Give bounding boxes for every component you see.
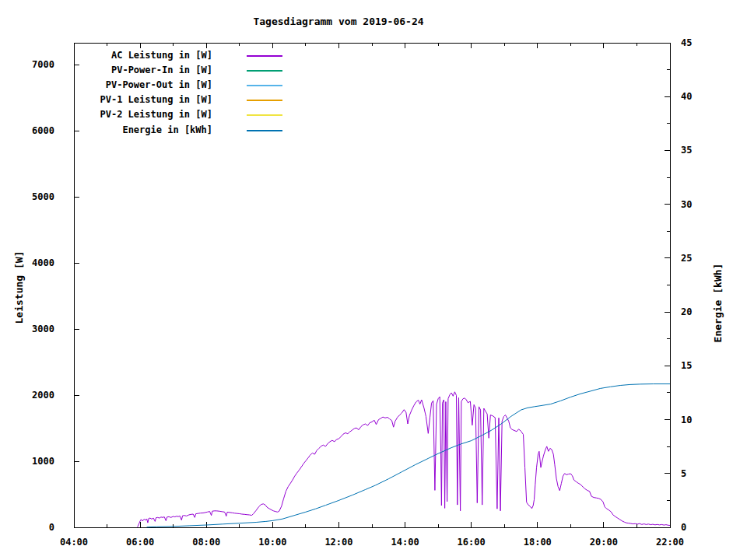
svg-text:10: 10 [681,415,692,425]
svg-text:18:00: 18:00 [524,537,552,548]
svg-text:16:00: 16:00 [458,537,486,548]
svg-text:3000: 3000 [32,324,54,334]
legend-label: Energie in [kWh] [0,124,212,135]
svg-text:22:00: 22:00 [656,537,684,548]
svg-text:4000: 4000 [32,257,54,268]
svg-text:06:00: 06:00 [126,537,154,548]
svg-text:12:00: 12:00 [324,537,352,548]
legend-label: PV-Power-Out in [W] [0,79,212,90]
legend-label: PV-1 Leistung in [W] [0,94,212,105]
series-energie-in-kwh- [147,384,670,527]
svg-text:04:00: 04:00 [60,537,88,548]
svg-text:35: 35 [681,145,692,156]
legend-line-sample [247,85,282,86]
svg-text:40: 40 [681,91,692,102]
svg-text:10:00: 10:00 [258,537,286,548]
svg-text:20: 20 [681,306,692,317]
legend-line-sample [247,100,282,101]
legend-label: PV-2 Leistung in [W] [0,109,212,120]
data-series-curves [138,384,670,527]
legend-line-sample [247,114,282,116]
legend-label: PV-Power-In in [W] [0,65,212,75]
svg-text:1000: 1000 [32,456,54,467]
legend-label: AC Leistung in [W] [0,50,212,61]
svg-text:5: 5 [681,468,686,479]
svg-text:20:00: 20:00 [590,537,618,548]
legend-line-sample [247,70,282,72]
svg-text:0: 0 [681,522,686,533]
svg-text:45: 45 [681,37,692,48]
svg-text:30: 30 [681,199,692,210]
svg-text:5000: 5000 [32,191,54,202]
chart-screenshot: Tagesdiagramm vom 2019-06-24 Leistung [W… [0,0,747,560]
svg-text:15: 15 [681,360,692,371]
svg-text:25: 25 [681,253,692,264]
series-ac-leistung-in-w- [138,392,670,527]
svg-text:14:00: 14:00 [391,537,419,548]
legend-line-sample [247,130,282,131]
legend-line-sample [247,55,282,57]
svg-text:08:00: 08:00 [192,537,220,548]
svg-text:0: 0 [49,522,54,533]
svg-text:2000: 2000 [32,390,54,401]
